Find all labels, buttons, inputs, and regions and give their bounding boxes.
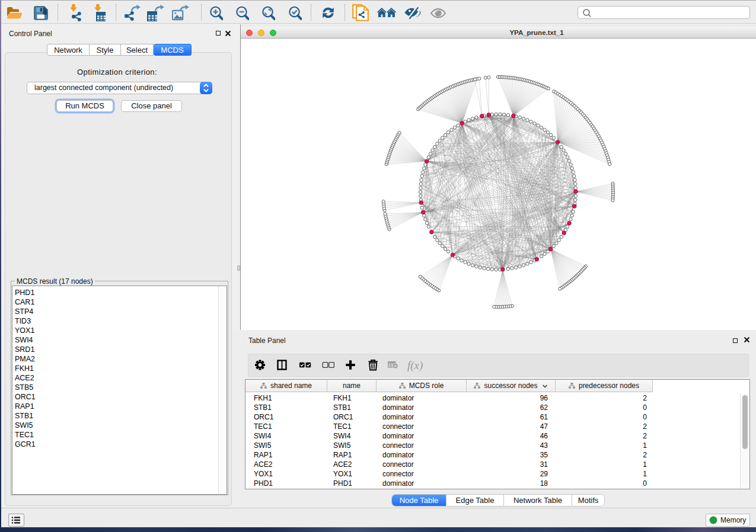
svg-text:f(x): f(x) xyxy=(407,359,423,372)
svg-text:Memory: Memory xyxy=(720,516,746,524)
